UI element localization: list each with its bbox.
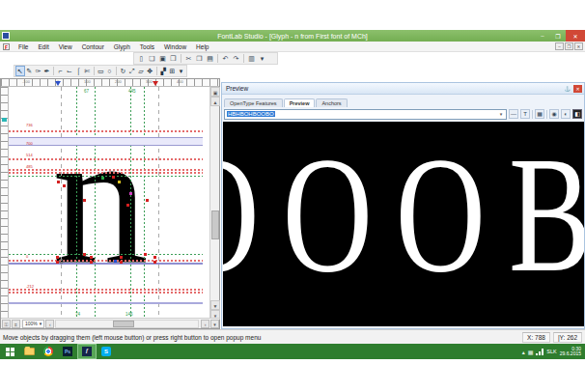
panel-close-icon[interactable]: ✕: [573, 85, 582, 93]
alignment-zone-line[interactable]: [9, 292, 203, 294]
menu-window[interactable]: Window: [159, 43, 191, 50]
alignment-zone-line[interactable]: [9, 172, 203, 174]
alignment-zone-band[interactable]: [9, 137, 203, 146]
minimize-button[interactable]: –: [535, 30, 550, 42]
taskbar-item-chrome[interactable]: [39, 344, 58, 359]
sidebearing-guide[interactable]: [61, 87, 62, 320]
vertical-scrollbar[interactable]: ▣ ▲ ▼ ▾: [209, 87, 219, 320]
start-button[interactable]: [0, 344, 19, 359]
contour-node[interactable]: [112, 176, 115, 179]
add-corner-tool[interactable]: ⌐: [56, 66, 65, 76]
rsb-marker[interactable]: [153, 81, 158, 86]
minus-button[interactable]: —: [509, 109, 518, 119]
contour-node[interactable]: [90, 261, 93, 264]
alignment-zone-line[interactable]: [9, 169, 203, 171]
horizontal-guide[interactable]: [9, 176, 203, 177]
ellipse-tool[interactable]: ○: [105, 66, 114, 76]
cut-button[interactable]: ✂: [183, 53, 194, 64]
network-icon[interactable]: [536, 349, 543, 355]
knife-tool[interactable]: ✄: [83, 66, 92, 76]
taskbar-item-photoshop[interactable]: Ps: [58, 344, 77, 359]
menu-view[interactable]: View: [54, 43, 77, 50]
zoom-level-select[interactable]: 100% ▾: [22, 320, 44, 328]
magic-wand-tool[interactable]: ▞: [159, 66, 168, 76]
taskbar-item-skype[interactable]: S: [97, 344, 116, 359]
toolbar-more-button[interactable]: ▾: [257, 53, 267, 64]
restore-button[interactable]: ❐: [550, 30, 566, 42]
contour-node[interactable]: [146, 199, 149, 202]
rectangle-tool[interactable]: ▭: [97, 66, 105, 76]
alignment-zone-line[interactable]: [9, 260, 203, 262]
vertical-guide[interactable]: [76, 87, 77, 320]
hscroll-menu-button[interactable]: ▾: [210, 320, 219, 328]
sample-text-input[interactable]: HBHBOHBOOBO ▾: [224, 109, 507, 120]
menu-glyph[interactable]: Glyph: [109, 43, 135, 50]
horizontal-ruler[interactable]: -1000100200300400: [1, 79, 219, 87]
save-all-button[interactable]: ❒: [168, 53, 179, 64]
save-button[interactable]: ▣: [157, 53, 168, 64]
lock-icon[interactable]: ⚿: [2, 320, 11, 328]
edit-tool[interactable]: ↖: [15, 66, 25, 76]
contour-node[interactable]: [129, 192, 132, 195]
scroll-up-button[interactable]: ▲: [210, 97, 220, 106]
menu-edit[interactable]: Edit: [33, 43, 53, 50]
slant-tool[interactable]: ▱: [136, 66, 145, 76]
contour-node[interactable]: [83, 253, 86, 256]
taskbar-item-fontlab[interactable]: f: [77, 344, 97, 359]
descender-guide[interactable]: [9, 302, 203, 304]
contour-node[interactable]: [153, 256, 156, 259]
mdi-restore-button[interactable]: ❐: [565, 42, 573, 50]
paste-button[interactable]: ▤: [205, 53, 215, 64]
contour-node[interactable]: [83, 199, 86, 202]
contour-node[interactable]: [63, 184, 66, 187]
scroll-down-button[interactable]: ▼: [210, 300, 220, 310]
eraser-tool[interactable]: ✎: [25, 66, 34, 76]
guide-handle[interactable]: [2, 118, 7, 122]
contour-node[interactable]: [126, 204, 129, 207]
pen-tool[interactable]: ✒: [42, 66, 51, 76]
hscroll-thumb[interactable]: [113, 321, 134, 327]
origin-point[interactable]: [59, 259, 64, 264]
free-transform-tool[interactable]: ✥: [146, 66, 154, 76]
snap-tool[interactable]: ⊞: [168, 66, 177, 76]
undo-button[interactable]: ↶: [220, 53, 231, 64]
mdi-close-button[interactable]: ✕: [574, 42, 583, 50]
vertical-guide[interactable]: [130, 87, 131, 320]
color-button[interactable]: ◉: [549, 109, 559, 119]
horizontal-scrollbar[interactable]: [55, 320, 199, 328]
contour-node[interactable]: [101, 177, 104, 180]
redo-button[interactable]: ↷: [231, 53, 241, 64]
vscroll-thumb[interactable]: [211, 210, 219, 239]
language-indicator[interactable]: SLK: [546, 349, 556, 354]
tab-opentype-features[interactable]: OpenType Features: [224, 98, 283, 107]
copy-button[interactable]: ❐: [194, 53, 205, 64]
invert-button[interactable]: ◧: [572, 109, 582, 119]
contour-node[interactable]: [56, 256, 59, 259]
contour-node[interactable]: [120, 261, 123, 264]
close-button[interactable]: ✕: [566, 30, 585, 42]
add-tangent-tool[interactable]: ⌠: [73, 66, 82, 76]
menu-tools[interactable]: Tools: [135, 43, 159, 50]
show-hidden-icons[interactable]: ▴: [522, 349, 525, 355]
mdi-minimize-button[interactable]: –: [555, 42, 564, 50]
sidebearing-guide[interactable]: [158, 87, 159, 320]
metro-icon[interactable]: ▦: [528, 349, 534, 355]
lsb-marker[interactable]: [55, 81, 61, 86]
vertical-guide[interactable]: [144, 87, 145, 320]
alignment-zone-line[interactable]: [9, 130, 203, 132]
pencil-tool[interactable]: ✑: [34, 66, 42, 76]
list-view-button[interactable]: ▦: [535, 109, 544, 119]
contour-node[interactable]: [153, 261, 156, 264]
alignment-zone-line[interactable]: [9, 158, 203, 160]
print-button[interactable]: ▥: [246, 53, 257, 64]
color2-button[interactable]: ◐: [561, 109, 571, 119]
contour-node[interactable]: [120, 256, 123, 259]
rotate-tool[interactable]: ↻: [119, 66, 127, 76]
vertical-ruler[interactable]: [1, 87, 9, 320]
tab-preview[interactable]: Preview: [284, 98, 316, 107]
menu-contour[interactable]: Contour: [77, 43, 109, 50]
baseline-guide[interactable]: [9, 263, 203, 265]
preview-panel-header[interactable]: Preview ⚓ ✕: [222, 83, 584, 95]
new-button[interactable]: ▯: [136, 53, 147, 64]
glyph-canvas[interactable]: n 7367005144850-2126744548574146: [9, 87, 203, 320]
